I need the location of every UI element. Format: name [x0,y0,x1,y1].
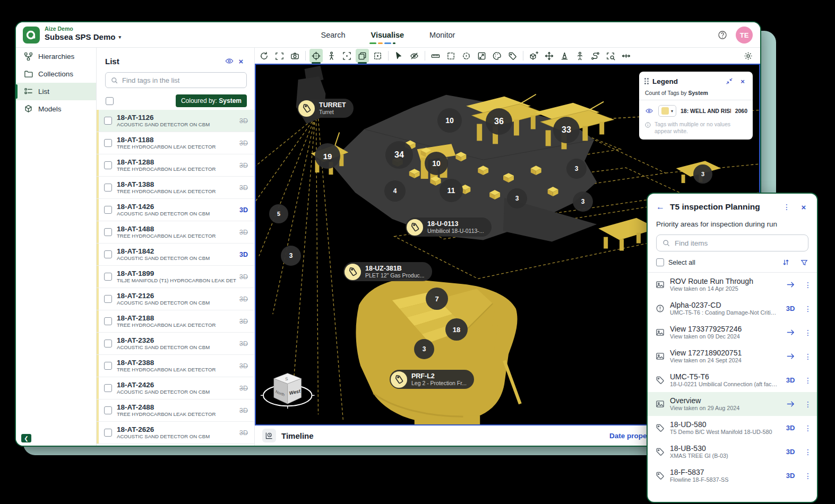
tool-select-cursor-icon[interactable] [392,49,406,63]
row-checkbox[interactable] [104,429,112,437]
inspection-item[interactable]: 18-F-5837Flowline 18-F-5837-SS3D⋮ [648,464,817,488]
count-badge[interactable]: 3 [573,192,593,212]
tool-screenshot-icon[interactable] [288,49,302,63]
count-badge[interactable]: 4 [384,180,406,202]
threed-label[interactable]: 3D [782,472,798,480]
select-all-checkbox[interactable] [106,97,114,105]
kebab-menu-icon[interactable]: ⋮ [803,376,813,385]
kebab-menu-icon[interactable]: ⋮ [803,328,813,337]
close-list-panel-icon[interactable]: × [235,55,247,67]
tool-measure-icon[interactable] [429,49,442,63]
inspection-search-input[interactable] [675,239,803,247]
open-view-arrow-icon[interactable] [782,351,798,361]
tool-undo-icon[interactable] [257,49,271,63]
row-checkbox[interactable] [104,117,112,125]
tag-list-row[interactable]: 18-AT-2188TREE HYDROCARBON LEAK DETECTOR… [97,310,254,333]
row-checkbox[interactable] [104,139,112,147]
help-icon[interactable] [717,29,728,41]
inspection-item[interactable]: OverviewView taken on 29 Aug 2024⋮ [648,392,817,416]
tool-colour-icon[interactable] [490,49,504,63]
tag-list-row[interactable]: 18-AT-2488TREE HYDROCARBON LEAK DETECTOR… [97,399,254,422]
collapse-sidebar-button[interactable]: ❮ [21,434,31,442]
count-badge[interactable]: 10 [425,152,448,175]
kebab-menu-icon[interactable]: ⋮ [781,203,793,211]
inspection-item[interactable]: UMC-T5-T618-U-0221 Umbilical Connection … [648,368,817,392]
inspection-item[interactable]: 18-UD-580T5 Demo B/C West Manifold 18-UD… [648,416,817,440]
kebab-menu-icon[interactable]: ⋮ [803,400,813,409]
toggle-visibility-icon[interactable] [223,55,235,67]
tool-sphere-select-icon[interactable] [460,49,473,63]
inspection-item[interactable]: View 1727189020751View taken on 24 Sept … [648,344,817,368]
tool-fit-view-icon[interactable] [273,49,286,63]
kebab-menu-icon[interactable]: ⋮ [803,472,813,480]
drag-handle-icon[interactable] [644,78,649,84]
tag-list-row[interactable]: 18-AT-2626ACOUSTIC SAND DETECTOR ON CBM3… [97,422,254,444]
row-checkbox[interactable] [104,295,112,303]
navigation-cube[interactable]: S North West [261,373,315,409]
row-checkbox[interactable] [104,161,112,169]
avatar[interactable]: TE [736,27,753,44]
count-badge[interactable]: 3 [566,159,587,179]
row-checkbox[interactable] [104,184,112,192]
tag-list-row[interactable]: 18-AT-1288TREE HYDROCARBON LEAK DETECTOR… [97,154,254,177]
tool-orbit-target-icon[interactable] [309,49,323,63]
row-checkbox[interactable] [104,206,112,214]
tool-marquee-select-icon[interactable] [444,49,458,63]
legend-close-icon[interactable]: × [738,76,747,86]
tag-list-row[interactable]: 18-AT-1426ACOUSTIC SAND DETECTOR ON CBM3… [97,199,254,221]
count-badge[interactable]: 10 [437,108,462,133]
count-badge[interactable]: 34 [385,141,413,169]
count-badge[interactable]: 3 [281,246,301,266]
tool-zoom-selection-icon[interactable] [340,49,354,63]
row-checkbox[interactable] [104,406,112,414]
inspection-item[interactable]: 18-UB-530XMAS TREE GI (B-03)3D⋮ [648,440,817,464]
inspection-select-all-checkbox[interactable] [656,258,664,266]
row-checkbox[interactable] [104,317,112,325]
nav-tab-monitor[interactable]: Monitor [428,29,456,41]
count-badge[interactable]: 36 [486,108,512,135]
tool-hide-selection-icon[interactable] [408,49,421,63]
threed-label[interactable]: 3D [782,424,798,432]
tag-list-row[interactable]: 18-AT-2326ACOUSTIC SAND DETECTOR ON CBM3… [97,333,254,355]
kebab-menu-icon[interactable]: ⋮ [803,281,813,289]
inspection-panel-close-icon[interactable]: × [798,201,810,213]
tag-label-pill[interactable]: 18-UZ-381BPLET 12" Gas Produc... [343,262,432,281]
threed-label[interactable]: 3D [782,305,798,312]
tool-first-person-icon[interactable] [325,49,338,63]
open-view-arrow-icon[interactable] [782,280,798,290]
sidebar-item-collections[interactable]: Collections [16,65,96,83]
coloured-by-badge[interactable]: Coloured by: System [176,94,247,107]
row-checkbox[interactable] [104,340,112,347]
nav-tab-visualise[interactable]: Visualise [369,29,405,41]
list-search-input[interactable] [122,76,242,84]
tag-label-pill[interactable]: PRF-L2Leg 2 - Protection Fr... [390,370,474,389]
tool-duplicate-view-icon[interactable] [356,49,369,63]
count-badge[interactable]: 3 [507,188,527,208]
open-view-arrow-icon[interactable] [782,327,798,337]
inspection-item[interactable]: View 1733779257246View taken on 09 Dec 2… [648,320,817,344]
inspection-item[interactable]: ROV Route Run ThroughView taken on 14 Ap… [648,273,817,297]
count-badge[interactable]: 5 [269,204,288,223]
count-badge[interactable]: 3 [414,339,434,359]
count-badge[interactable]: 33 [553,117,580,143]
row-checkbox[interactable] [104,228,112,236]
legend-entry-visibility-icon[interactable] [644,106,654,116]
count-badge[interactable]: 3 [693,164,712,184]
legend-collapse-icon[interactable] [725,76,734,86]
threed-label[interactable]: 3D [782,448,798,456]
filter-icon[interactable] [800,258,808,267]
tool-isolate-icon[interactable] [475,49,488,63]
sidebar-item-list[interactable]: List [16,83,96,100]
nav-tab-search[interactable]: Search [320,29,347,41]
sidebar-item-models[interactable]: Models [16,100,96,118]
tag-list-row[interactable]: 18-AT-1388TREE HYDROCARBON LEAK DETECTOR… [97,177,254,199]
tag-list-row[interactable]: 18-AT-2388TREE HYDROCARBON LEAK DETECTOR… [97,355,254,377]
kebab-menu-icon[interactable]: ⋮ [803,352,813,361]
tag-list-row[interactable]: 18-AT-1842ACOUSTIC SAND DETECTOR ON CBM3… [97,244,254,266]
tool-move-icon[interactable] [543,49,556,63]
list-search[interactable] [105,72,247,88]
tag-list-row[interactable]: 18-AT-1188TREE HYDROCARBON LEAK DETECTOR… [97,132,254,154]
tag-list-row[interactable]: 18-AT-2426ACOUSTIC SAND DETECTOR ON CBM3… [97,377,254,399]
kebab-menu-icon[interactable]: ⋮ [803,305,813,313]
threed-label[interactable]: 3D [782,376,798,384]
